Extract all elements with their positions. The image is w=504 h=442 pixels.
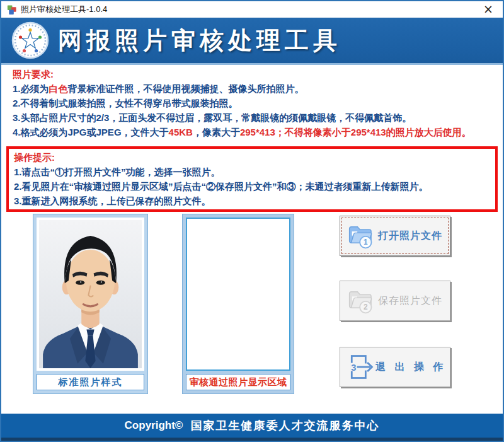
requirement-line-2: 2.不得着制式服装拍照，女性不得穿吊带式服装拍照。	[13, 96, 498, 110]
save-folder-icon: 2	[346, 287, 375, 315]
title-bar: 照片审核处理工具-1.0.4 ×	[1, 1, 503, 18]
copyright-text: Copyright©	[125, 419, 183, 432]
approved-photo-display-area	[186, 218, 290, 371]
requirement-line-3: 3.头部占照片尺寸的2/3，正面头发不得过眉，露双耳，常戴眼镜的须佩戴眼镜，不得…	[13, 110, 498, 125]
tip-line-3: 3.重新进入网报系统，上传已保存的照片文件。	[14, 194, 490, 208]
footer-bar: Copyright© 国家卫生健康委人才交流服务中心	[1, 414, 503, 441]
requirements-heading: 照片要求:	[13, 67, 498, 81]
organization-name: 国家卫生健康委人才交流服务中心	[190, 418, 379, 433]
app-banner: 网报照片审核处理工具	[1, 18, 503, 65]
sample-photo-label: 标准照片样式	[37, 374, 144, 390]
sample-photo	[37, 218, 144, 371]
sample-photo-panel: 标准照片样式	[33, 214, 148, 394]
tips-heading: 操作提示:	[14, 150, 490, 165]
svg-text:1: 1	[364, 238, 368, 247]
approved-photo-label: 审核通过照片显示区域	[186, 374, 290, 390]
portrait-illustration	[39, 220, 142, 368]
app-window: 照片审核处理工具-1.0.4 × 网报照片审核处理工具 照片要求: 1.必须为白…	[0, 0, 504, 442]
svg-text:2: 2	[364, 303, 368, 311]
app-title: 网报照片审核处理工具	[58, 25, 341, 57]
operation-tips-box: 操作提示: 1.请点击“①打开照片文件”功能，选择一张照片。 2.看见照片在“审…	[6, 146, 498, 212]
open-photo-button[interactable]: 1 打开照片文件	[340, 216, 450, 256]
tip-line-2: 2.看见照片在“审核通过照片显示区域”后点击“②保存照片文件”和③；未通过者须重…	[14, 179, 490, 194]
open-folder-icon: 1	[346, 222, 375, 250]
tip-line-1: 1.请点击“①打开照片文件”功能，选择一张照片。	[14, 165, 490, 179]
photo-requirements: 照片要求: 1.必须为白色背景标准证件照，不得使用视频捕捉、摄像头所拍照片。 2…	[13, 67, 498, 139]
requirement-line-4: 4.格式必须为JPG或JPEG，文件大于45KB，像素大于295*413；不得将…	[13, 125, 498, 139]
approved-photo-panel: 审核通过照片显示区域	[182, 214, 294, 394]
exit-button[interactable]: 3 退 出 操 作	[340, 347, 450, 387]
open-photo-label: 打开照片文件	[375, 230, 445, 243]
requirement-line-1: 1.必须为白色背景标准证件照，不得使用视频捕捉、摄像头所拍照片。	[13, 81, 498, 96]
org-logo-icon	[11, 21, 49, 59]
window-title: 照片审核处理工具-1.0.4	[21, 4, 107, 15]
app-icon	[6, 4, 17, 15]
close-button[interactable]: ×	[478, 2, 499, 17]
svg-text:3: 3	[351, 363, 356, 373]
save-photo-label: 保存照片文件	[375, 294, 445, 308]
save-photo-button[interactable]: 2 保存照片文件	[340, 281, 450, 321]
exit-label: 退 出 操 作	[375, 361, 446, 374]
exit-door-icon: 3	[346, 353, 375, 381]
